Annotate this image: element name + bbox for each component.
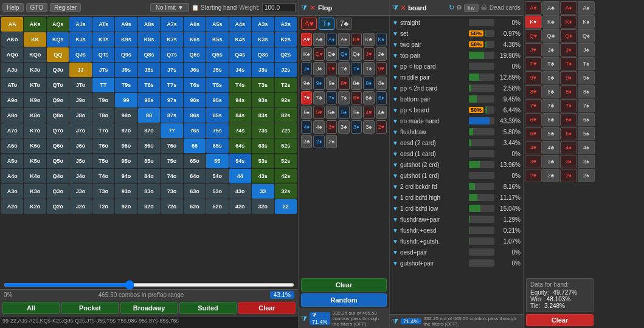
dead-card-Td[interactable]: T♦ xyxy=(560,57,577,70)
hand-cell-85o[interactable]: 85o xyxy=(138,154,160,168)
stat-filter-icon[interactable]: ▼ xyxy=(392,63,398,70)
flop-card-As[interactable]: A♠ xyxy=(338,33,349,46)
stat-filter-icon[interactable]: ▼ xyxy=(392,183,398,190)
hand-cell-a8o[interactable]: A8o xyxy=(1,108,23,123)
hand-cell-j2o[interactable]: J2o xyxy=(69,199,91,214)
hand-cell-72o[interactable]: 72o xyxy=(161,199,182,214)
dead-card-Jc[interactable]: J♣ xyxy=(542,43,559,56)
hand-cell-ato[interactable]: ATo xyxy=(1,78,23,92)
dead-card-Js[interactable]: J♠ xyxy=(578,43,595,56)
hand-cell-94s[interactable]: 94s xyxy=(229,93,251,108)
flop-card-2h[interactable]: 2♥ xyxy=(376,120,387,134)
dead-card-4d[interactable]: 4♦ xyxy=(560,141,577,154)
hand-cell-87s[interactable]: 87s xyxy=(161,108,182,123)
dead-card-8s[interactable]: 8♠ xyxy=(578,85,595,98)
hand-cell-94o[interactable]: 94o xyxy=(115,169,137,183)
flop-card-6s[interactable]: 6♠ xyxy=(301,106,312,119)
dead-card-6s[interactable]: 6♠ xyxy=(578,113,595,126)
flop-card-Js[interactable]: J♠ xyxy=(313,62,324,75)
hand-cell-54o[interactable]: 54o xyxy=(206,169,228,183)
flop-card-5d[interactable]: 5♦ xyxy=(338,106,349,119)
hand-cell-k6o[interactable]: K6o xyxy=(24,138,46,153)
dead-card-5s[interactable]: 5♠ xyxy=(578,127,595,140)
hand-cell-72s[interactable]: 72s xyxy=(275,123,297,138)
hand-cell-t6o[interactable]: T6o xyxy=(92,138,114,153)
flop-clear-button[interactable]: Clear xyxy=(301,278,387,292)
hand-cell-73s[interactable]: 73s xyxy=(252,123,274,138)
hand-cell-q9o[interactable]: Q9o xyxy=(47,93,69,108)
hand-cell-j3o[interactable]: J3o xyxy=(69,184,91,199)
stat-filter-icon[interactable]: ▼ xyxy=(392,249,398,256)
hand-cell-jts[interactable]: JTs xyxy=(92,63,114,77)
hand-cell-q2o[interactable]: Q2o xyxy=(47,199,69,214)
hand-cell-q3s[interactable]: Q3s xyxy=(252,47,274,62)
flop-card-5s[interactable]: 5♠ xyxy=(351,106,362,119)
hand-cell-qts[interactable]: QTs xyxy=(92,47,114,62)
flop-card-2s[interactable]: 2♠ xyxy=(326,135,337,148)
stat-filter-icon[interactable]: ▼ xyxy=(392,118,398,125)
stats-close-icon[interactable]: ✕ xyxy=(400,4,406,12)
hand-cell-qjs[interactable]: QJs xyxy=(69,47,91,62)
dead-card-Tc[interactable]: T♣ xyxy=(542,57,559,70)
stat-filter-icon[interactable]: ▼ xyxy=(392,96,398,103)
dead-card-2c[interactable]: 2♣ xyxy=(542,169,559,182)
gear-icon[interactable]: ⚙ xyxy=(456,4,462,12)
flop-card-7h[interactable]: 7♥ xyxy=(301,91,312,104)
hand-cell-t3o[interactable]: T3o xyxy=(92,184,114,199)
stats-filter-icon2[interactable]: ⧩ xyxy=(392,317,398,326)
hand-cell-jj[interactable]: JJ xyxy=(69,63,91,77)
hand-cell-qq[interactable]: QQ xyxy=(47,47,69,62)
flop-card-Tc[interactable]: T♣ xyxy=(338,62,349,75)
hand-cell-95o[interactable]: 95o xyxy=(115,154,137,168)
hand-cell-42s[interactable]: 42s xyxy=(275,169,297,183)
hand-cell-86s[interactable]: 86s xyxy=(184,108,206,123)
hand-cell-96o[interactable]: 96o xyxy=(115,138,137,153)
hand-cell-a9s[interactable]: A9s xyxy=(115,17,137,32)
hand-cell-a4s[interactable]: A4s xyxy=(229,17,251,32)
hand-cell-86o[interactable]: 86o xyxy=(138,138,160,153)
flop-card-7d[interactable]: 7♦ xyxy=(326,91,337,104)
dead-card-8d[interactable]: 8♦ xyxy=(560,85,577,98)
hand-cell-a2s[interactable]: A2s xyxy=(275,17,297,32)
hand-cell-q6o[interactable]: Q6o xyxy=(47,138,69,153)
hand-cell-74o[interactable]: 74o xyxy=(161,169,182,183)
register-button[interactable]: Register xyxy=(50,3,81,12)
dead-card-Qs[interactable]: Q♠ xyxy=(578,29,595,43)
dead-card-3d[interactable]: 3♦ xyxy=(560,155,577,168)
stat-filter-icon[interactable]: ▼ xyxy=(392,216,398,223)
hand-cell-84s[interactable]: 84s xyxy=(229,108,251,123)
hand-cell-44[interactable]: 44 xyxy=(229,169,251,183)
dead-card-9h[interactable]: 9♥ xyxy=(525,71,542,84)
stat-filter-icon[interactable]: ▼ xyxy=(392,140,398,146)
flop-card-3d[interactable]: 3♦ xyxy=(351,120,362,134)
hand-cell-aa[interactable]: AA xyxy=(1,17,23,32)
dead-card-Kd[interactable]: K♦ xyxy=(560,15,577,29)
hand-cell-t4o[interactable]: T4o xyxy=(92,169,114,183)
hand-cell-76o[interactable]: 76o xyxy=(161,138,182,153)
flop-card-Th[interactable]: T♥ xyxy=(326,62,337,75)
hand-cell-ats[interactable]: ATs xyxy=(92,17,114,32)
hand-cell-j8o[interactable]: J8o xyxy=(69,108,91,123)
flop-card-4s[interactable]: 4♠ xyxy=(313,120,324,134)
hand-cell-62s[interactable]: 62s xyxy=(275,138,297,153)
dead-card-5h[interactable]: 5♥ xyxy=(525,127,542,140)
dead-card-Ah[interactable]: A♥ xyxy=(525,1,542,15)
dead-card-Th[interactable]: T♥ xyxy=(525,57,542,70)
dead-card-Ac[interactable]: A♣ xyxy=(542,1,559,15)
hand-cell-kts[interactable]: KTs xyxy=(92,32,114,47)
pocket-button[interactable]: Pocket xyxy=(61,302,119,314)
hand-cell-k6s[interactable]: K6s xyxy=(184,32,206,47)
hand-cell-j5o[interactable]: J5o xyxy=(69,154,91,168)
dead-card-4s[interactable]: 4♠ xyxy=(578,141,595,154)
stat-filter-icon[interactable]: ▼ xyxy=(392,162,398,168)
hand-cell-54s[interactable]: 54s xyxy=(229,154,251,168)
hand-cell-q9s[interactable]: Q9s xyxy=(115,47,137,62)
flop-filter-icon2[interactable]: ⧩ xyxy=(301,315,307,323)
stat-filter-icon[interactable]: ▼ xyxy=(392,19,398,26)
stat-filter-icon[interactable]: ▼ xyxy=(392,74,398,81)
hand-cell-92o[interactable]: 92o xyxy=(115,199,137,214)
hand-cell-kqs[interactable]: KQs xyxy=(47,32,69,47)
hand-cell-t5o[interactable]: T5o xyxy=(92,154,114,168)
flop-card-Kc[interactable]: K♣ xyxy=(363,33,374,46)
hand-cell-aks[interactable]: AKs xyxy=(24,17,46,32)
